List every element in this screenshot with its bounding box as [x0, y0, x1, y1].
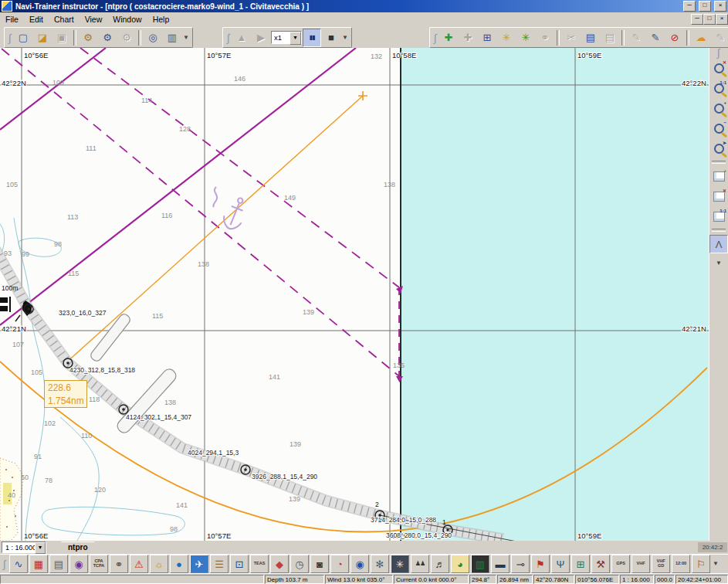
- clock-1200-icon[interactable]: 12:00: [672, 555, 690, 573]
- lamp-icon[interactable]: ☼: [150, 555, 168, 573]
- bearing-tool-icon[interactable]: ⊘: [665, 29, 684, 47]
- protractor-tool-icon[interactable]: ✎: [646, 29, 665, 47]
- toolbar-grip[interactable]: ∫: [7, 30, 13, 46]
- toolbar-overflow-chevron[interactable]: ▼: [715, 255, 723, 272]
- child-minimize-button[interactable]: ─: [691, 14, 703, 25]
- child-close-button[interactable]: ×: [716, 14, 728, 25]
- ungroup-objects-icon[interactable]: ✳: [516, 29, 535, 47]
- remove-chart-icon[interactable]: ✕: [709, 187, 728, 205]
- zoom-window-icon[interactable]: ✕: [709, 59, 728, 77]
- tab-ntpro[interactable]: ntpro: [54, 542, 102, 554]
- toolbar-grip[interactable]: ∫: [711, 49, 726, 57]
- menu-file[interactable]: File: [0, 14, 24, 25]
- fuel-icon[interactable]: ⊸: [511, 555, 530, 573]
- zoom-in-icon[interactable]: +: [709, 99, 728, 117]
- vessel-display-icon[interactable]: ⊞: [478, 29, 496, 47]
- recorder-icon[interactable]: ▤: [49, 555, 68, 573]
- tools-icon[interactable]: ⚒: [591, 555, 610, 573]
- preview-icon[interactable]: ◎: [144, 29, 162, 47]
- cpa-tcpa-icon[interactable]: CPATCPA: [90, 555, 108, 573]
- submarine-icon[interactable]: ▬: [491, 555, 510, 573]
- depth-label: 105: [31, 368, 42, 376]
- child-restore-button[interactable]: □: [703, 14, 716, 25]
- helicopter-icon[interactable]: ✻: [371, 555, 389, 573]
- new-exercise-icon[interactable]: ▢: [14, 29, 32, 47]
- status-scale: 1 : 16.000: [620, 575, 654, 584]
- flag-clock-icon[interactable]: ⚐: [692, 555, 710, 573]
- sound-icon[interactable]: ♬: [431, 555, 449, 573]
- speed-combo-arrow[interactable]: ▼: [290, 32, 301, 45]
- compass-icon[interactable]: ◉: [350, 555, 369, 573]
- menu-edit[interactable]: Edit: [24, 14, 49, 25]
- main-toolbar: ∫▢◪▣⚙⚙⚙◎▥▼ ∫▲▶x1▼▮▮■▼ ∫✚✚⊞✳✳⚭✂▤▤✎✎⊘☁✎▼: [0, 25, 728, 48]
- shield-icon[interactable]: ◆: [270, 555, 289, 573]
- divider-tool-icon[interactable]: Λ: [709, 235, 728, 253]
- depth-label: 138: [164, 399, 176, 406]
- status-value: 000.0: [655, 575, 675, 584]
- menu-view[interactable]: View: [80, 14, 108, 25]
- depth-label: 116: [161, 212, 172, 219]
- zoom-review-icon[interactable]: ➤: [709, 139, 728, 158]
- video-clock-icon[interactable]: ◷: [290, 555, 309, 573]
- display-image-icon[interactable]: ⊡: [230, 555, 249, 573]
- camera-icon[interactable]: ◙: [310, 555, 329, 573]
- open-exercise-icon[interactable]: ◪: [33, 29, 52, 47]
- speed-combo[interactable]: x1▼: [271, 31, 302, 44]
- add-vessel-icon[interactable]: ✚: [439, 29, 458, 47]
- menu-chart[interactable]: Chart: [49, 14, 80, 25]
- rgb-panel-icon[interactable]: ▥: [471, 555, 489, 573]
- toolbar-grip[interactable]: ∫: [2, 556, 8, 572]
- gps-icon[interactable]: GPS: [611, 555, 630, 573]
- scroll-icon[interactable]: ☰: [210, 555, 229, 573]
- chart-area: 10°56E10°56E10°57E10°57E10°58E10°58E10°5…: [0, 48, 709, 541]
- add-target-icon: ✚: [459, 29, 477, 47]
- toolbar-overflow-chevron[interactable]: ▼: [182, 29, 190, 46]
- waypoint-label: 4024_294,1_15,3: [188, 449, 239, 457]
- monitor-image-icon[interactable]: ⊞: [571, 555, 590, 573]
- alarm-clock-icon[interactable]: ◔: [330, 555, 349, 573]
- gear-star-icon[interactable]: ✳: [391, 555, 409, 573]
- scale-combo-arrow[interactable]: ▼: [35, 542, 46, 554]
- locks-icon[interactable]: ⚭: [110, 555, 128, 573]
- menu-window[interactable]: Window: [107, 14, 147, 25]
- chart-canvas[interactable]: 10°56E10°56E10°57E10°57E10°58E10°58E10°5…: [0, 48, 709, 541]
- restore-button[interactable]: □: [699, 1, 711, 12]
- vhf-gd-icon[interactable]: VHFGD: [652, 555, 670, 573]
- group-objects-icon[interactable]: ✳: [497, 29, 516, 47]
- print-icon[interactable]: ▥: [163, 29, 181, 47]
- graph-icon[interactable]: ∿: [9, 555, 28, 573]
- crew-icon[interactable]: ♟♟: [411, 555, 429, 573]
- pause-icon[interactable]: ▮▮: [303, 29, 321, 47]
- exercise-settings-icon[interactable]: ⚙: [79, 29, 97, 47]
- depth-label: 114: [141, 97, 152, 104]
- bird-icon[interactable]: ✈: [190, 555, 208, 573]
- save-settings-icon[interactable]: ⚙: [98, 29, 117, 47]
- close-button[interactable]: ×: [714, 1, 726, 12]
- toolbar-grip[interactable]: ∫: [432, 30, 438, 46]
- meridian-label-bottom: 10°57E: [207, 531, 231, 540]
- weather-icon[interactable]: ☁: [692, 29, 710, 47]
- menu-help[interactable]: Help: [147, 14, 175, 25]
- teas-icon[interactable]: TEAS: [250, 555, 269, 573]
- zoom-original-icon[interactable]: 1:1: [709, 79, 728, 97]
- scale-combo[interactable]: 1 : 16.000 ▼: [2, 542, 46, 553]
- copy-icon[interactable]: ▤: [581, 29, 600, 47]
- meridian-label-top: 10°57E: [207, 51, 231, 59]
- pie-chart-icon[interactable]: ◕: [451, 555, 469, 573]
- zoom-out-icon[interactable]: −: [709, 119, 728, 138]
- globe-icon[interactable]: ●: [170, 555, 188, 573]
- flags-icon[interactable]: ⚑: [531, 555, 550, 573]
- stop-icon[interactable]: ■: [322, 29, 340, 47]
- targets-net-icon[interactable]: ▦: [29, 555, 48, 573]
- toolbar-overflow-chevron[interactable]: ▼: [712, 555, 720, 572]
- video-camera-icon[interactable]: ◉: [69, 555, 88, 573]
- status-wind: Wind 13.0 knt 035.0°: [325, 575, 393, 584]
- alarm-warning-icon[interactable]: ⚠: [130, 555, 148, 573]
- antenna-icon[interactable]: Ψ: [551, 555, 570, 573]
- vhf-icon[interactable]: VHF: [631, 555, 650, 573]
- add-chart-icon[interactable]: +: [709, 167, 728, 185]
- minimize-button[interactable]: ─: [683, 1, 696, 12]
- chart-scale-icon[interactable]: 1:1: [709, 207, 728, 226]
- toolbar-grip[interactable]: ∫: [225, 30, 232, 46]
- toolbar-overflow-chevron[interactable]: ▼: [341, 29, 349, 46]
